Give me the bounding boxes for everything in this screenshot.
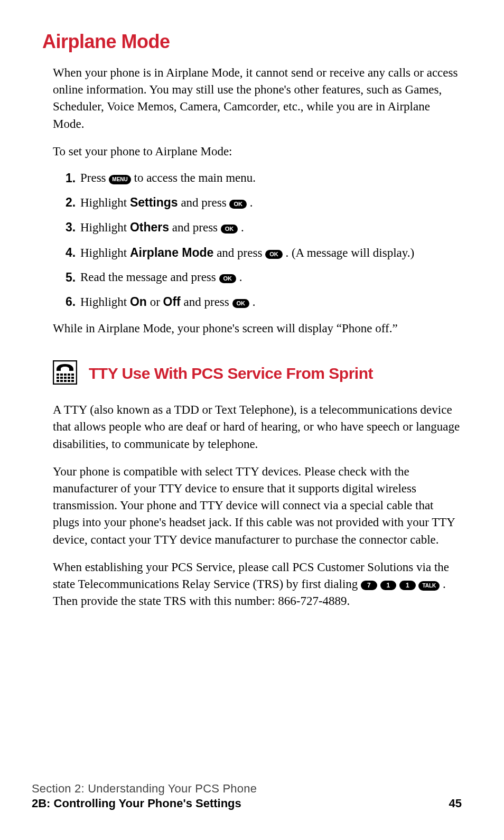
text: . <box>249 295 256 309</box>
text: . <box>236 270 242 284</box>
text: or <box>147 295 163 309</box>
step-1: 1. Press MENU to access the main menu. <box>66 170 462 186</box>
step-2: 2. Highlight Settings and press OK . <box>66 194 462 211</box>
on-label: On <box>130 295 147 309</box>
text: Highlight <box>80 221 130 234</box>
step-text: Highlight Others and press OK . <box>80 219 462 236</box>
footer-bottom-row: 2B: Controlling Your Phone's Settings 45 <box>32 797 462 810</box>
svg-rect-15 <box>71 380 74 382</box>
off-label: Off <box>163 295 181 309</box>
airplane-mode-body: When your phone is in Airplane Mode, it … <box>53 64 462 610</box>
svg-rect-7 <box>60 377 63 379</box>
text: . <box>238 221 244 234</box>
text: Highlight <box>80 295 130 309</box>
airplane-mode-leadin: To set your phone to Airplane Mode: <box>53 143 462 160</box>
step-number: 3. <box>66 219 80 236</box>
key-7-icon: 7 <box>361 581 377 590</box>
step-number: 4. <box>66 244 80 262</box>
ok-key-icon: OK <box>221 225 238 234</box>
step-text: Read the message and press OK . <box>80 269 462 286</box>
step-number: 6. <box>66 293 80 311</box>
svg-rect-3 <box>64 374 67 376</box>
ok-key-icon: OK <box>265 250 283 259</box>
text: . (A message will display.) <box>283 246 415 259</box>
svg-rect-8 <box>64 377 67 379</box>
page-footer: Section 2: Understanding Your PCS Phone … <box>32 782 462 810</box>
ok-key-icon: OK <box>219 274 237 283</box>
svg-rect-5 <box>71 374 74 376</box>
tty-paragraph-2: Your phone is compatible with select TTY… <box>53 463 462 548</box>
step-number: 1. <box>66 170 80 186</box>
step-text: Highlight Settings and press OK . <box>80 194 462 211</box>
text: and press <box>169 221 221 234</box>
svg-rect-4 <box>68 374 70 376</box>
svg-rect-9 <box>68 377 70 379</box>
key-1-icon: 1 <box>399 581 416 590</box>
manual-page: Airplane Mode When your phone is in Airp… <box>0 0 504 840</box>
text: to access the main menu. <box>131 171 256 184</box>
talk-key-icon: TALK <box>418 581 440 591</box>
airplane-mode-label: Airplane Mode <box>130 246 213 259</box>
text: and press <box>213 246 265 259</box>
step-6: 6. Highlight On or Off and press OK . <box>66 293 462 311</box>
svg-rect-2 <box>60 374 63 376</box>
tty-heading: TTY Use With PCS Service From Sprint <box>89 365 373 382</box>
key-1-icon: 1 <box>380 581 397 590</box>
airplane-mode-paragraph: When your phone is in Airplane Mode, it … <box>53 64 462 133</box>
airplane-mode-heading: Airplane Mode <box>42 31 462 53</box>
svg-rect-11 <box>57 380 59 382</box>
step-number: 5. <box>66 269 80 286</box>
svg-rect-12 <box>60 380 63 382</box>
text: . <box>247 196 253 209</box>
airplane-mode-after: While in Airplane Mode, your phone's scr… <box>53 320 462 337</box>
tty-icon <box>53 360 77 387</box>
text: and press <box>181 295 232 309</box>
menu-key-icon: MENU <box>109 175 130 184</box>
svg-rect-1 <box>57 374 59 376</box>
airplane-mode-steps: 1. Press MENU to access the main menu. 2… <box>66 170 462 311</box>
svg-rect-6 <box>57 377 59 379</box>
page-number: 45 <box>449 797 462 810</box>
step-5: 5. Read the message and press OK . <box>66 269 462 286</box>
svg-rect-13 <box>64 380 67 382</box>
text: Highlight <box>80 196 130 209</box>
step-text: Highlight Airplane Mode and press OK . (… <box>80 244 462 262</box>
step-3: 3. Highlight Others and press OK . <box>66 219 462 236</box>
svg-rect-14 <box>68 380 70 382</box>
tty-paragraph-3: When establishing your PCS Service, plea… <box>53 559 462 610</box>
tty-paragraph-1: A TTY (also known as a TDD or Text Telep… <box>53 402 462 453</box>
ok-key-icon: OK <box>229 200 247 209</box>
step-text: Press MENU to access the main menu. <box>80 170 462 186</box>
footer-section-line: Section 2: Understanding Your PCS Phone <box>32 782 462 796</box>
text: Press <box>80 171 109 184</box>
others-label: Others <box>130 220 169 234</box>
step-number: 2. <box>66 194 80 211</box>
text: Read the message and press <box>80 270 219 284</box>
settings-label: Settings <box>130 195 178 209</box>
ok-key-icon: OK <box>232 299 250 308</box>
footer-subsection-line: 2B: Controlling Your Phone's Settings <box>32 797 241 810</box>
text: Highlight <box>80 246 130 259</box>
svg-rect-10 <box>71 377 74 379</box>
step-4: 4. Highlight Airplane Mode and press OK … <box>66 244 462 262</box>
tty-heading-row: TTY Use With PCS Service From Sprint <box>53 360 462 387</box>
step-text: Highlight On or Off and press OK . <box>80 293 462 311</box>
text: and press <box>178 196 230 209</box>
